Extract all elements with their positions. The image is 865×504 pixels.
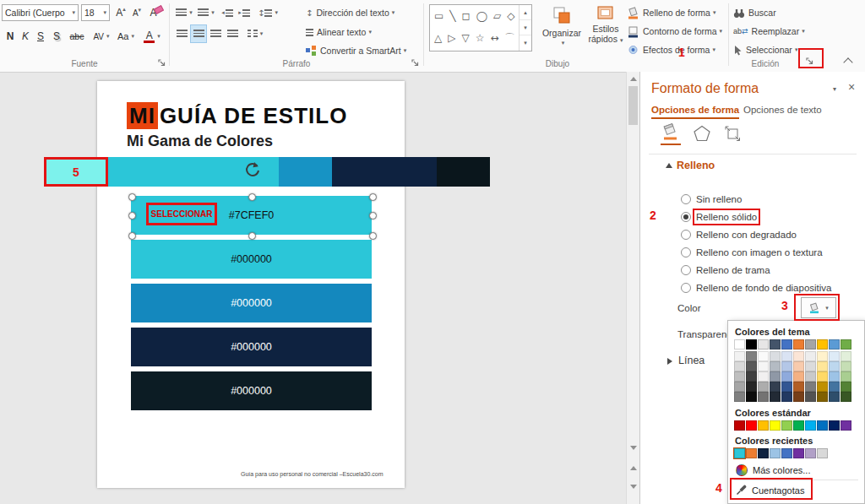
color-bar-segment[interactable] [332, 157, 437, 187]
select-button[interactable]: Seleccionar ▾ [733, 42, 797, 57]
strikethrough-button[interactable]: abc [67, 28, 87, 45]
color-cell[interactable] [841, 351, 851, 361]
color-cell[interactable] [793, 382, 804, 392]
selection-handle[interactable] [248, 232, 256, 240]
radio-icon[interactable] [681, 230, 691, 240]
parrafo-dialog-launcher[interactable] [409, 57, 421, 68]
color-cell[interactable] [805, 420, 816, 431]
color-cell[interactable] [746, 448, 757, 458]
gallery-scroll-up[interactable]: ▴ [520, 5, 531, 19]
shape-icon[interactable]: ▽ [461, 32, 469, 44]
color-cell[interactable] [758, 339, 769, 350]
tab-text-options[interactable]: Opciones de texto [743, 105, 822, 115]
color-cell[interactable] [793, 371, 804, 382]
scroll-up-button[interactable] [627, 73, 639, 85]
size-properties-icon[interactable] [723, 124, 742, 143]
color-cell[interactable] [817, 420, 828, 431]
section-expanded-icon[interactable] [666, 163, 672, 168]
color-cell[interactable] [734, 339, 745, 350]
color-cell[interactable] [746, 382, 757, 392]
shape-outline-button[interactable]: Contorno de forma ▾ [627, 24, 722, 39]
color-swatch[interactable]: #000000 [131, 284, 372, 322]
color-cell[interactable] [746, 361, 757, 371]
align-right-button[interactable] [208, 25, 223, 42]
color-swatch[interactable]: #000000 [131, 240, 372, 279]
text-shadow-button[interactable]: S [49, 28, 64, 45]
shape-icon[interactable]: ╲ [449, 10, 455, 22]
fuente-dialog-launcher[interactable] [155, 57, 167, 68]
gallery-more-button[interactable]: ▾ [520, 35, 531, 51]
bold-button[interactable]: N [3, 28, 17, 45]
italic-button[interactable]: K [19, 28, 32, 45]
color-cell[interactable] [817, 351, 828, 361]
color-bar-segment[interactable] [279, 157, 332, 187]
color-cell[interactable] [758, 382, 769, 392]
color-cell[interactable] [841, 339, 851, 350]
decrease-indent-button[interactable]: ◂ [220, 4, 235, 21]
color-cell[interactable] [829, 382, 840, 392]
color-cell[interactable] [781, 371, 792, 382]
shape-icon[interactable]: ▷ [448, 32, 455, 44]
shape-effects-button[interactable]: Efectos de forma ▾ [627, 42, 715, 57]
color-cell[interactable] [793, 339, 804, 350]
shape-icon[interactable]: ☆ [476, 32, 485, 44]
color-cell[interactable] [841, 392, 851, 402]
section-collapsed-icon[interactable] [667, 358, 672, 365]
radio-icon[interactable] [681, 212, 691, 222]
color-cell[interactable] [734, 420, 745, 431]
color-cell[interactable] [734, 448, 745, 458]
collapse-ribbon-button[interactable] [845, 59, 851, 66]
color-cell[interactable] [770, 420, 781, 431]
color-cell[interactable] [841, 420, 851, 431]
replace-button[interactable]: ab⇄ Reemplazar ▾ [733, 24, 805, 39]
color-cell[interactable] [817, 339, 828, 350]
color-cell[interactable] [770, 448, 781, 458]
shape-icon[interactable]: ↔ [490, 32, 498, 44]
slide-title[interactable]: MIGUÍA DE ESTILO [127, 103, 347, 129]
color-cell[interactable] [746, 392, 757, 402]
underline-button[interactable]: S [34, 28, 47, 45]
radio-icon[interactable] [681, 283, 691, 293]
shrink-font-button[interactable]: A▾ [129, 4, 144, 21]
color-cell[interactable] [781, 382, 792, 392]
color-cell[interactable] [781, 361, 792, 371]
color-cell[interactable] [770, 382, 781, 392]
fill-section-title[interactable]: Relleno [677, 160, 715, 171]
color-cell[interactable] [746, 339, 757, 350]
color-cell[interactable] [758, 448, 769, 458]
scrollbar-thumb[interactable] [628, 86, 638, 125]
color-cell[interactable] [817, 361, 828, 371]
color-cell[interactable] [829, 420, 840, 431]
color-cell[interactable] [746, 371, 757, 382]
shape-icon[interactable]: ◯ [476, 10, 487, 22]
color-cell[interactable] [770, 392, 781, 402]
tab-shape-options[interactable]: Opciones de forma [651, 105, 739, 119]
color-cell[interactable] [829, 371, 840, 382]
font-color-button[interactable]: A ▾ [140, 28, 164, 45]
radio-icon[interactable] [681, 265, 691, 275]
selection-handle[interactable] [369, 232, 377, 240]
character-spacing-button[interactable]: AV▾ [90, 28, 113, 45]
vertical-scrollbar[interactable] [626, 72, 639, 504]
align-left-button[interactable] [174, 25, 189, 42]
numbering-button[interactable]: ▾ [196, 4, 216, 21]
shape-icon[interactable]: ◇ [507, 10, 514, 22]
pane-menu-caret-icon[interactable]: ▾ [833, 85, 836, 93]
color-cell[interactable] [829, 339, 840, 350]
color-cell[interactable] [770, 339, 781, 350]
shape-icon[interactable]: ▭ [434, 10, 443, 22]
fill-option-0[interactable]: Sin relleno [681, 190, 831, 208]
line-spacing-button[interactable]: ↕▾ [255, 4, 280, 21]
color-cell[interactable] [841, 361, 851, 371]
color-cell[interactable] [793, 448, 804, 458]
color-cell[interactable] [770, 351, 781, 361]
shape-fill-button[interactable]: Relleno de forma ▾ [627, 5, 715, 20]
color-cell[interactable] [829, 392, 840, 402]
fill-option-1[interactable]: Relleno sólido [681, 208, 831, 225]
color-cell[interactable] [805, 392, 816, 402]
color-cell[interactable] [817, 448, 828, 458]
color-cell[interactable] [805, 339, 816, 350]
color-cell[interactable] [734, 392, 745, 402]
selection-handle[interactable] [128, 212, 136, 219]
more-colors-item[interactable]: Más colores... [734, 462, 858, 478]
